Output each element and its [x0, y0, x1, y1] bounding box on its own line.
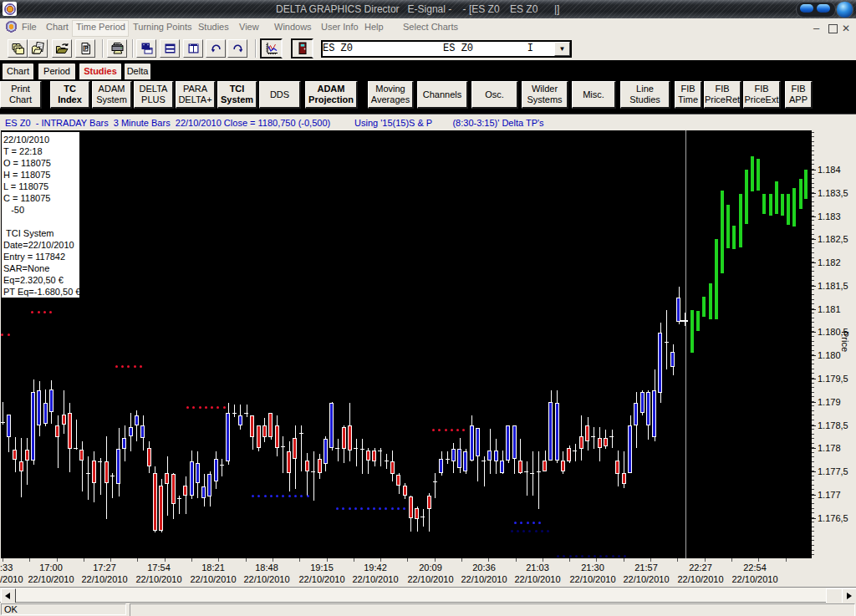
svg-text:P: P — [84, 45, 89, 51]
